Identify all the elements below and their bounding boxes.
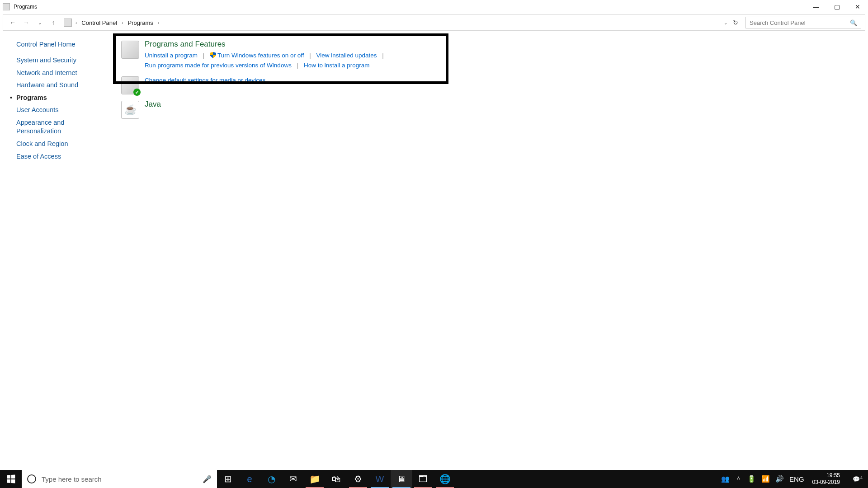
category-title[interactable]: Java (145, 100, 161, 109)
system-tray: 👥 ＾ 🔋 📶 🔊 ENG 19:55 03-09-2019 💬4 (721, 470, 868, 488)
mail-icon[interactable]: ✉ (282, 470, 304, 488)
link-compat-programs[interactable]: Run programs made for previous versions … (145, 62, 292, 69)
clock-date: 03-09-2019 (812, 479, 840, 486)
window-title: Programs (14, 4, 37, 10)
recent-dropdown[interactable]: ⌄ (34, 17, 46, 28)
sidebar: Control Panel Home System and Security N… (0, 31, 113, 470)
app-icon-blue[interactable]: ◔ (260, 470, 282, 488)
category-title[interactable]: Programs and Features (145, 40, 387, 49)
tray-chevron-icon[interactable]: ＾ (735, 475, 742, 483)
taskbar: 🎤 ⊞ e ◔ ✉ 📁 🛍 ⚙ W 🖥 🗔 🌐 👥 ＾ 🔋 📶 🔊 ENG 19… (0, 470, 868, 488)
settings-icon[interactable]: ⚙ (347, 470, 369, 488)
mic-icon[interactable]: 🎤 (203, 475, 212, 483)
control-panel-taskbar-icon[interactable]: 🖥 (391, 470, 412, 488)
sidebar-home[interactable]: Control Panel Home (16, 41, 102, 48)
windows-logo-icon (7, 474, 15, 483)
category-java: ☕ Java (113, 99, 868, 119)
store-icon[interactable]: 🛍 (326, 470, 347, 488)
app-icon (3, 3, 10, 10)
link-uninstall-program[interactable]: Uninstall a program (145, 52, 198, 59)
refresh-button[interactable]: ↻ (730, 17, 741, 28)
main-content: Programs and Features Uninstall a progra… (113, 31, 868, 470)
minimize-button[interactable]: — (806, 0, 826, 14)
sidebar-item-user-accounts[interactable]: User Accounts (16, 106, 102, 115)
search-box[interactable]: 🔍 (745, 17, 861, 28)
taskbar-apps: ⊞ e ◔ ✉ 📁 🛍 ⚙ W 🖥 🗔 🌐 (217, 470, 456, 488)
link-view-updates[interactable]: View installed updates (316, 52, 377, 59)
clock[interactable]: 19:55 03-09-2019 (810, 472, 843, 486)
taskbar-search[interactable]: 🎤 (22, 470, 217, 488)
default-programs-icon (121, 76, 139, 94)
sidebar-item-appearance[interactable]: Appearance and Personalization (16, 118, 102, 136)
programs-features-icon (121, 41, 139, 59)
chevron-right-icon: › (75, 20, 78, 25)
start-button[interactable] (0, 470, 22, 488)
maximize-button[interactable]: ▢ (826, 0, 847, 14)
sidebar-item-network[interactable]: Network and Internet (16, 69, 102, 78)
sidebar-item-hardware[interactable]: Hardware and Sound (16, 81, 102, 90)
language-indicator[interactable]: ENG (789, 475, 804, 483)
clock-time: 19:55 (812, 472, 840, 479)
title-bar: Programs — ▢ ✕ (0, 0, 868, 14)
link-how-to-install[interactable]: How to install a program (304, 62, 370, 69)
explorer-icon[interactable]: 📁 (304, 470, 326, 488)
shield-icon (210, 52, 216, 58)
search-icon[interactable]: 🔍 (850, 19, 857, 26)
window-controls: — ▢ ✕ (806, 0, 868, 14)
wifi-icon[interactable]: 📶 (761, 475, 770, 483)
breadcrumb-control-panel[interactable]: Control Panel (80, 19, 118, 26)
chevron-right-icon: › (157, 20, 160, 25)
forward-button[interactable]: → (20, 17, 32, 28)
task-view-button[interactable]: ⊞ (217, 470, 239, 488)
address-dropdown-icon[interactable]: ⌄ (722, 19, 729, 27)
notification-badge: 4 (860, 475, 863, 480)
sidebar-item-programs[interactable]: Programs (16, 94, 102, 103)
app-icon-generic[interactable]: 🗔 (412, 470, 434, 488)
sidebar-item-system-security[interactable]: System and Security (16, 56, 102, 65)
search-input[interactable] (750, 19, 850, 26)
sidebar-item-clock-region[interactable]: Clock and Region (16, 140, 102, 149)
chrome-icon[interactable]: 🌐 (434, 470, 456, 488)
address-bar: ← → ⌄ ↑ › Control Panel › Programs › ⌄ ↻… (3, 14, 865, 31)
java-icon: ☕ (121, 101, 139, 119)
sidebar-item-ease-of-access[interactable]: Ease of Access (16, 152, 102, 161)
volume-icon[interactable]: 🔊 (775, 475, 784, 483)
category-programs-features: Programs and Features Uninstall a progra… (113, 39, 868, 70)
link-change-defaults[interactable]: Change default settings for media or dev… (145, 77, 265, 84)
edge-icon[interactable]: e (239, 470, 260, 488)
people-icon[interactable]: 👥 (721, 475, 730, 483)
cortana-icon (27, 474, 36, 483)
chevron-right-icon: › (121, 20, 124, 25)
link-windows-features[interactable]: Turn Windows features on or off (217, 52, 304, 59)
control-panel-icon (64, 19, 72, 27)
breadcrumb-programs[interactable]: Programs (127, 19, 154, 26)
battery-icon[interactable]: 🔋 (747, 475, 756, 483)
up-button[interactable]: ↑ (47, 17, 59, 28)
close-button[interactable]: ✕ (847, 0, 868, 14)
taskbar-search-input[interactable] (42, 475, 197, 483)
back-button[interactable]: ← (7, 17, 19, 28)
address-end: ⌄ ↻ (722, 17, 741, 28)
action-center-icon[interactable]: 💬4 (848, 476, 864, 483)
category-default-programs: Default Programs Change default settings… (113, 75, 868, 94)
word-icon[interactable]: W (369, 470, 391, 488)
breadcrumb[interactable]: › Control Panel › Programs › (61, 17, 720, 28)
